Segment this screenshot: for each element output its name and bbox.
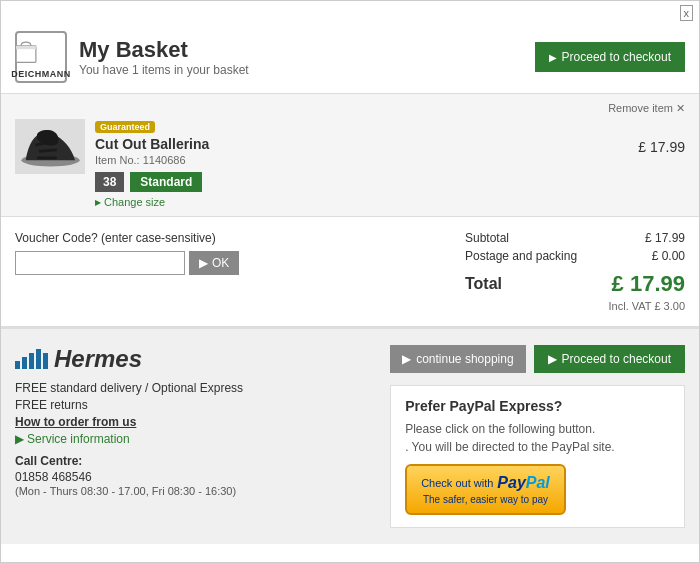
continue-shopping-button[interactable]: ▶ continue shopping [390,345,525,373]
product-section: Remove item ✕ Guaranteed [1,94,699,217]
postage-row: Postage and packing £ 0.00 [465,249,685,263]
header-titles: My Basket You have 1 items in your baske… [79,37,249,77]
header: DEICHMANN My Basket You have 1 items in … [1,21,699,94]
product-details: Guaranteed Cut Out Ballerina Item No.: 1… [95,119,628,208]
ok-arrow-icon: ▶ [199,256,208,270]
guaranteed-badge: Guaranteed [95,121,155,133]
paypal-description: Please click on the following button. . … [405,420,670,456]
subtotal-row: Subtotal £ 17.99 [465,231,685,245]
hermes-tagline1: FREE standard delivery / Optional Expres… [15,381,360,395]
bottom-left: Hermes FREE standard delivery / Optional… [15,345,360,528]
bottom-right: ▶ continue shopping ▶ Proceed to checkou… [390,345,685,528]
svg-rect-5 [36,156,56,159]
size-badge: 38 [95,172,124,192]
stripe1 [15,361,20,369]
remove-item-button[interactable]: Remove item ✕ [608,102,685,115]
product-image [15,119,85,174]
proceed-checkout-header-button[interactable]: ▶ Proceed to checkout [535,42,685,72]
triangle-icon: ▶ [95,198,101,207]
paypal-logo-text: PayPal [497,474,549,492]
voucher-section: Voucher Code? (enter case-sensitive) ▶ O… [15,231,445,312]
basket-subtitle: You have 1 items in your basket [79,63,249,77]
product-price: £ 17.99 [638,119,685,155]
shoe-image [18,122,83,172]
change-size-button[interactable]: ▶ Change size [95,196,628,208]
voucher-input-row: ▶ OK [15,251,445,275]
product-row: Guaranteed Cut Out Ballerina Item No.: 1… [15,119,685,208]
total-row: Total £ 17.99 [465,271,685,297]
service-arrow-icon: ▶ [15,432,24,446]
call-centre-label: Call Centre: [15,454,360,468]
call-centre-number: 01858 468546 [15,470,360,484]
voucher-label: Voucher Code? (enter case-sensitive) [15,231,445,245]
page-title: My Basket [79,37,249,63]
paypal-btn-inner: Check out with PayPal The safer, easier … [405,464,566,515]
header-left: DEICHMANN My Basket You have 1 items in … [15,31,249,83]
incl-vat-text: Incl. VAT £ 3.00 [465,300,685,312]
continue-arrow-icon: ▶ [402,352,411,366]
bottom-action-buttons: ▶ continue shopping ▶ Proceed to checkou… [390,345,685,373]
bag-icon [11,36,41,64]
product-name: Cut Out Ballerina [95,136,628,152]
hermes-tagline2: FREE returns [15,398,360,412]
stripe4 [36,349,41,369]
call-centre-hours: (Mon - Thurs 08:30 - 17.00, Fri 08:30 - … [15,485,360,497]
arrow-icon: ▶ [549,52,557,63]
paypal-title: Prefer PayPal Express? [405,398,670,414]
bottom-inner: Hermes FREE standard delivery / Optional… [15,345,685,528]
paypal-tagline: The safer, easier way to pay [423,494,548,505]
proceed-checkout-bottom-button[interactable]: ▶ Proceed to checkout [534,345,685,373]
remove-row: Remove item ✕ [15,102,685,115]
brand-logo: DEICHMANN [15,31,67,83]
close-button[interactable]: x [680,5,694,21]
hermes-logo: Hermes [15,345,360,373]
bottom-section: Hermes FREE standard delivery / Optional… [1,327,699,544]
voucher-totals-section: Voucher Code? (enter case-sensitive) ▶ O… [1,217,699,327]
paypal-checkout-text: Check out with PayPal [421,474,550,492]
paypal-section: Prefer PayPal Express? Please click on t… [390,385,685,528]
title-bar: x [1,1,699,21]
paypal-checkout-button[interactable]: Check out with PayPal The safer, easier … [405,464,566,515]
voucher-input[interactable] [15,251,185,275]
service-info-link[interactable]: ▶ Service information [15,432,360,446]
stripe3 [29,353,34,369]
hermes-brand-name: Hermes [54,345,142,373]
how-to-order-link[interactable]: How to order from us [15,415,360,429]
totals-section: Subtotal £ 17.99 Postage and packing £ 0… [465,231,685,312]
size-row: 38 Standard [95,172,628,192]
stripe5 [43,353,48,369]
proceed-arrow-icon: ▶ [548,352,557,366]
hermes-stripes-icon [15,349,48,369]
voucher-ok-button[interactable]: ▶ OK [189,251,239,275]
size-type-badge: Standard [130,172,202,192]
brand-name: DEICHMANN [11,69,71,79]
item-number: Item No.: 1140686 [95,154,628,166]
stripe2 [22,357,27,369]
svg-rect-1 [16,45,36,48]
